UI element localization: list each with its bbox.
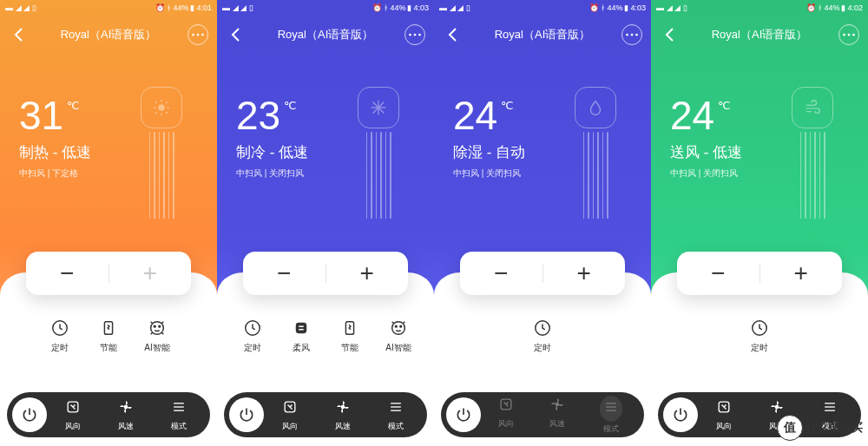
temp-stepper: − +	[26, 252, 191, 295]
swing-label: 中扫风 | 关闭扫风	[236, 167, 308, 180]
svg-point-41	[631, 34, 634, 36]
screen-heating: ▬ ◢ ◢ ▯ ⏰ ᚼ 44% ▮ 4:01 Royal（AI语音版） 31℃ …	[0, 0, 217, 446]
bottom-nav: 风向 风速 模式	[441, 392, 644, 437]
menu-icon	[821, 398, 838, 416]
power-icon	[238, 406, 255, 423]
fan-button[interactable]: 风速	[549, 396, 566, 435]
status-bar: ▬ ◢ ◢ ▯ ⏰ ᚼ 44% ▮ 4:03	[217, 0, 434, 16]
power-button[interactable]	[446, 397, 481, 432]
temp-minus-button[interactable]: −	[460, 252, 542, 295]
control-panel: − + 定时 节能 AI智能 风向 风速 模式	[0, 272, 217, 446]
timer-button[interactable]: 定时	[735, 318, 784, 354]
feature-row: 定时	[651, 318, 868, 354]
mode-button[interactable]: 模式	[600, 396, 622, 435]
swing-icon	[715, 398, 733, 416]
swing-label: 中扫风 | 关闭扫风	[453, 167, 525, 180]
status-bar: ▬ ◢ ◢ ▯ ⏰ ᚼ 44% ▮ 4:03	[434, 0, 651, 16]
mode-button[interactable]: 模式	[170, 398, 187, 432]
svg-point-15	[154, 325, 155, 327]
eco-button[interactable]: 节能	[326, 318, 374, 354]
svg-point-50	[848, 34, 851, 36]
status-bar: ▬ ◢ ◢ ▯ ⏰ ᚼ 44% ▮ 4:02	[651, 0, 868, 16]
svg-line-9	[166, 112, 168, 114]
temp-unit: ℃	[284, 99, 297, 112]
soft-wind-button[interactable]: 柔风	[277, 318, 326, 354]
svg-point-34	[400, 325, 402, 327]
temperature-display: 24℃ 除湿 - 自动 中扫风 | 关闭扫风	[453, 95, 525, 180]
svg-point-22	[409, 34, 411, 36]
header: Royal（AI语音版）	[651, 17, 868, 52]
temp-plus-button[interactable]: +	[760, 252, 843, 295]
timer-button[interactable]: 定时	[228, 318, 277, 354]
menu-icon	[602, 398, 620, 416]
svg-point-54	[775, 405, 778, 408]
eco-icon	[99, 318, 118, 338]
ai-button[interactable]: AI智能	[374, 318, 423, 354]
temp-minus-button[interactable]: −	[243, 252, 326, 295]
svg-point-42	[635, 34, 638, 36]
temp-stepper: − +	[243, 252, 408, 295]
more-button[interactable]	[404, 24, 425, 45]
temperature-display: 24℃ 送风 - 低速 中扫风 | 关闭扫风	[670, 95, 742, 180]
temp-plus-button[interactable]: +	[543, 252, 626, 295]
temp-unit: ℃	[501, 99, 514, 112]
swing-icon	[497, 396, 515, 413]
mode-button[interactable]: 模式	[387, 398, 404, 432]
page-title: Royal（AI语音版）	[495, 27, 591, 43]
temp-unit: ℃	[718, 99, 731, 112]
more-button[interactable]	[621, 24, 642, 45]
mode-label: 制冷 - 低速	[236, 142, 308, 162]
more-button[interactable]	[187, 24, 208, 45]
temp-minus-button[interactable]: −	[677, 252, 760, 295]
ai-icon	[389, 318, 408, 338]
eco-button[interactable]: 节能	[84, 318, 133, 354]
power-button[interactable]	[12, 397, 47, 432]
feature-row: 定时 柔风 节能 AI智能	[217, 318, 434, 354]
mode-label: 除湿 - 自动	[453, 142, 525, 162]
temp-plus-button[interactable]: +	[326, 252, 409, 295]
ac-illustration	[130, 87, 193, 234]
power-button[interactable]	[229, 397, 264, 432]
svg-point-1	[197, 34, 200, 36]
timer-button[interactable]: 定时	[518, 318, 567, 354]
feature-row: 定时 节能 AI智能	[0, 318, 217, 354]
screen-fan: ▬ ◢ ◢ ▯ ⏰ ᚼ 44% ▮ 4:02 Royal（AI语音版） 24℃ …	[651, 0, 868, 446]
ai-button[interactable]: AI智能	[133, 318, 181, 354]
menu-icon	[387, 398, 404, 416]
ac-illustration	[347, 87, 410, 234]
ac-illustration	[564, 87, 627, 234]
temp-minus-button[interactable]: −	[26, 252, 108, 295]
fan-icon	[768, 398, 786, 416]
swing-button[interactable]: 风向	[715, 398, 733, 432]
snowflake-icon	[369, 98, 388, 117]
temp-value: 24	[670, 95, 714, 135]
page-title: Royal（AI语音版）	[61, 27, 157, 43]
temp-plus-button[interactable]: +	[109, 252, 192, 295]
page-title: Royal（AI语音版）	[278, 27, 374, 43]
swing-button[interactable]: 风向	[497, 396, 515, 435]
status-bar: ▬ ◢ ◢ ▯ ⏰ ᚼ 44% ▮ 4:01	[0, 0, 217, 16]
svg-point-18	[124, 405, 127, 408]
watermark: 值 什么值得买	[777, 415, 863, 441]
timer-button[interactable]: 定时	[36, 318, 84, 354]
power-button[interactable]	[663, 397, 698, 432]
fan-button[interactable]: 风速	[334, 398, 352, 432]
svg-point-2	[201, 34, 204, 36]
swing-button[interactable]: 风向	[64, 398, 82, 432]
clock-icon	[533, 318, 552, 338]
back-button[interactable]	[226, 24, 247, 45]
ai-icon	[148, 318, 167, 338]
fan-button[interactable]: 风速	[117, 398, 135, 432]
swing-button[interactable]: 风向	[281, 398, 299, 432]
mode-label: 制热 - 低速	[19, 142, 91, 162]
more-button[interactable]	[838, 24, 859, 45]
clock-icon	[243, 318, 262, 338]
svg-point-49	[843, 34, 845, 36]
back-button[interactable]	[443, 24, 464, 45]
svg-point-45	[556, 403, 558, 405]
svg-point-14	[151, 322, 164, 335]
back-button[interactable]	[660, 24, 681, 45]
temperature-display: 23℃ 制冷 - 低速 中扫风 | 关闭扫风	[236, 95, 308, 180]
svg-point-23	[414, 34, 417, 36]
back-button[interactable]	[9, 24, 30, 45]
